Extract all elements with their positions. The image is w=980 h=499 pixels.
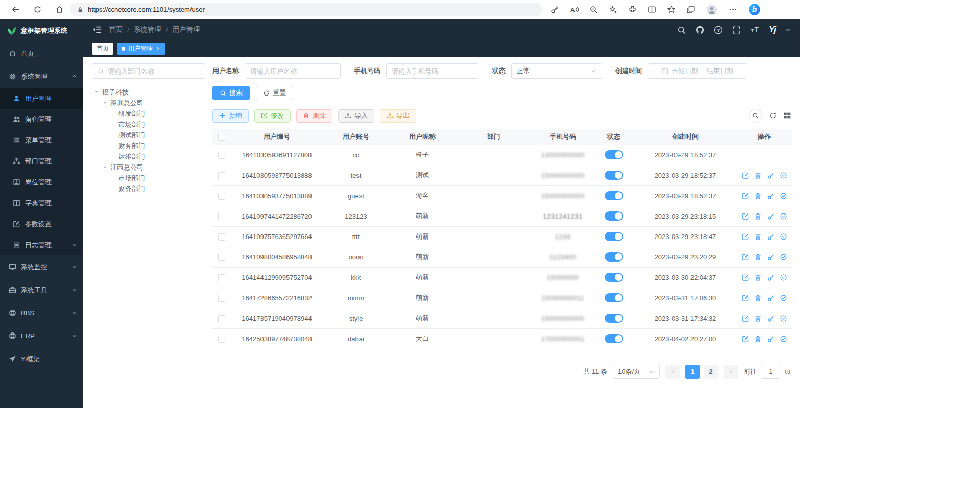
assign-role-icon[interactable] [780,274,787,281]
search-button[interactable]: 搜索 [212,86,250,100]
reset-password-icon[interactable] [767,172,775,179]
assign-role-icon[interactable] [780,212,787,220]
edit-action-icon[interactable] [742,274,749,281]
status-toggle[interactable] [605,232,623,241]
sidebar-item-param-settings[interactable]: 参数设置 [0,213,83,234]
toggle-search-button[interactable] [749,109,762,123]
reset-button[interactable]: 重置 [256,86,293,100]
assign-role-icon[interactable] [780,294,787,302]
status-toggle[interactable] [605,293,623,302]
reset-password-icon[interactable] [767,253,775,261]
row-checkbox[interactable] [218,213,225,220]
tree-node[interactable]: 测试部门 [92,130,205,140]
profile-icon[interactable] [706,4,718,16]
sidebar-item-home[interactable]: 首页 [0,42,83,65]
phone-input[interactable] [392,67,473,75]
edit-action-icon[interactable] [742,294,749,302]
tree-node[interactable]: 运维部门 [92,151,205,162]
edit-action-icon[interactable] [742,253,749,261]
edit-action-icon[interactable] [742,192,749,200]
page-button-2[interactable]: 2 [704,365,718,379]
app-logo[interactable]: 意框架管理系统 [0,19,83,42]
reset-password-icon[interactable] [767,233,775,241]
font-size-icon[interactable]: TT [751,26,759,34]
edit-action-icon[interactable] [742,212,749,220]
delete-action-icon[interactable] [754,274,762,281]
assign-role-icon[interactable] [780,233,787,241]
dept-search-input[interactable] [108,67,200,75]
tree-node[interactable]: 市场部门 [92,119,205,130]
status-toggle[interactable] [605,252,623,262]
delete-action-icon[interactable] [754,315,762,322]
page-button-1[interactable]: 1 [685,365,700,379]
sidebar-item-bbs[interactable]: BBS [0,301,83,324]
status-toggle[interactable] [605,273,623,282]
reset-password-icon[interactable] [767,212,775,220]
row-checkbox[interactable] [218,152,225,159]
chevron-down-icon[interactable] [785,27,791,33]
add-button[interactable]: 新增 [212,109,249,123]
assign-role-icon[interactable] [780,192,787,200]
columns-grid-icon[interactable] [783,112,791,120]
page-size-select[interactable]: 10条/页 [613,365,660,379]
reset-password-icon[interactable] [767,192,775,200]
edit-action-icon[interactable] [742,315,749,322]
read-aloud-icon[interactable]: A [570,5,579,14]
edit-action-icon[interactable] [742,335,749,343]
back-icon[interactable] [11,5,20,14]
refresh-table-icon[interactable] [769,112,777,120]
tab-home[interactable]: 首页 [92,43,113,55]
row-checkbox[interactable] [218,172,225,179]
status-toggle[interactable] [605,191,623,200]
delete-action-icon[interactable] [754,335,762,343]
sidebar-item-system-monitor[interactable]: 系统监控 [0,255,83,278]
delete-action-icon[interactable] [754,253,762,261]
sidebar-item-dict-management[interactable]: 字典管理 [0,193,83,213]
assign-role-icon[interactable] [780,253,787,261]
sidebar-item-post-management[interactable]: 岗位管理 [0,172,83,193]
status-toggle[interactable] [605,314,623,323]
home-icon[interactable] [55,5,64,14]
export-button[interactable]: 导出 [380,109,416,123]
row-checkbox[interactable] [218,233,225,241]
row-checkbox[interactable] [218,295,225,302]
edit-action-icon[interactable] [742,233,749,241]
create-time-range-picker[interactable]: 开始日期 - 结束日期 [648,63,747,79]
row-checkbox[interactable] [218,193,225,200]
assign-role-icon[interactable] [780,172,787,179]
reset-password-icon[interactable] [767,274,775,281]
sidebar-item-menu-management[interactable]: 菜单管理 [0,130,83,151]
delete-action-icon[interactable] [754,172,762,179]
assign-role-icon[interactable] [780,335,787,343]
goto-page-input[interactable] [761,365,780,379]
sidebar-item-log-management[interactable]: 日志管理 [0,234,83,255]
status-select[interactable]: 正常 [511,63,602,79]
delete-button[interactable]: 删除 [296,109,332,123]
sidebar-item-yi-framework[interactable]: Yi框架 [0,347,83,370]
tab-user-management[interactable]: 用户管理 [117,43,165,55]
question-icon[interactable]: ? [714,26,723,34]
row-checkbox[interactable] [218,336,225,343]
tree-node[interactable]: 研发部门 [92,108,205,119]
row-checkbox[interactable] [218,254,225,261]
reset-password-icon[interactable] [767,335,775,343]
reload-icon[interactable] [33,5,42,14]
modify-button[interactable]: 修改 [254,109,291,123]
split-icon[interactable] [648,5,656,14]
zoom-out-icon[interactable] [589,5,598,14]
address-bar[interactable]: https://ccnetcore.com:1101/system/user [70,3,542,16]
delete-action-icon[interactable] [754,233,762,241]
delete-action-icon[interactable] [754,212,762,220]
sidebar-item-role-management[interactable]: 角色管理 [0,109,83,130]
sidebar-item-erp[interactable]: ERP [0,324,83,347]
username-input[interactable] [250,67,335,75]
github-icon[interactable] [696,26,704,34]
next-page-button[interactable] [724,365,738,379]
edit-action-icon[interactable] [742,172,749,179]
menu-fold-icon[interactable] [92,25,102,34]
status-toggle[interactable] [605,150,623,159]
reset-password-icon[interactable] [767,294,775,302]
star-plus-icon[interactable] [609,5,617,14]
breadcrumb-home[interactable]: 首页 [109,25,123,34]
row-checkbox[interactable] [218,274,225,281]
